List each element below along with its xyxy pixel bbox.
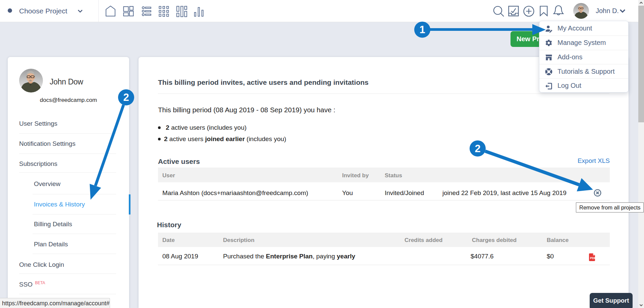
svg-text:1: 1 xyxy=(419,24,425,36)
svg-text:PDF: PDF xyxy=(590,256,596,260)
